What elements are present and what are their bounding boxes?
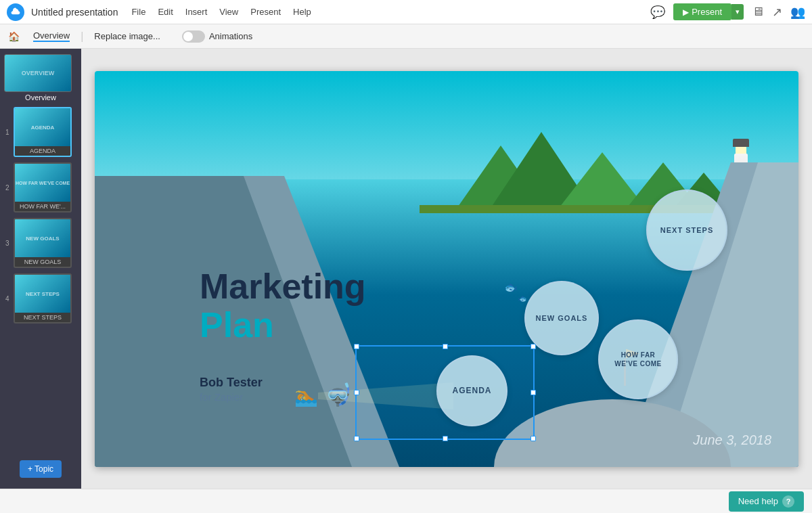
handle-br[interactable] <box>531 436 536 441</box>
sidebar-overview[interactable]: OVERVIEW Overview <box>4 54 77 102</box>
sidebar-slide-2[interactable]: 2 HOW FAR WE'VE COME HOW FAR WE'... <box>4 162 77 213</box>
slide-sub: for Zapier <box>200 391 263 403</box>
present-button[interactable]: ▶ Present <box>673 3 731 20</box>
replace-image-button[interactable]: Replace image... <box>94 31 160 41</box>
menu-help[interactable]: Help <box>293 7 311 17</box>
slide-num-4: 4 <box>5 295 9 303</box>
presentation-title[interactable]: Untitled presentation <box>31 7 118 18</box>
slide-num-2: 2 <box>5 184 9 192</box>
handle-tm[interactable] <box>443 344 448 349</box>
share-icon[interactable]: ↗ <box>772 5 782 20</box>
bubble-next-steps-label: NEXT STEPS <box>660 226 713 234</box>
topbar: Untitled presentation File Edit Insert V… <box>0 0 812 24</box>
marketing-text: Marketing <box>200 267 366 306</box>
animations-toggle-wrap: Animations <box>182 30 252 43</box>
menu-edit[interactable]: Edit <box>158 7 173 17</box>
slide-subtitle: Bob Tester for Zapier <box>200 376 263 403</box>
sidebar-slide-4[interactable]: 4 NEXT STEPS NEXT STEPS <box>4 273 77 324</box>
slide-date: June 3, 2018 <box>693 432 771 448</box>
menu-insert[interactable]: Insert <box>185 7 208 17</box>
slide-num-1: 1 <box>5 129 9 136</box>
slide-4-label: NEXT STEPS <box>15 313 70 322</box>
add-topic-wrap: + Topic <box>14 455 67 483</box>
add-topic-button[interactable]: + Topic <box>20 460 62 478</box>
slide-num-3: 3 <box>5 240 9 247</box>
tab-overview[interactable]: Overview <box>33 30 70 42</box>
diver-body: 🏊 <box>294 385 318 407</box>
handle-tr[interactable] <box>531 344 536 349</box>
slide-2-label: HOW FAR WE'... <box>15 202 70 211</box>
main-layout: OVERVIEW Overview 1 AGENDA AGENDA 2 HOW … <box>0 49 812 489</box>
toolbar: 🏠 Overview | Replace image... Animations <box>0 24 812 49</box>
canvas-area[interactable]: 🐟 🐟 🤿 🏊 Marketing Plan <box>81 49 812 489</box>
handle-ml[interactable] <box>354 390 359 395</box>
screen-icon[interactable]: 🖥 <box>752 5 764 19</box>
overview-mini-label: OVERVIEW <box>22 70 54 76</box>
bubble-agenda-label: AGENDA <box>452 386 491 395</box>
sidebar: OVERVIEW Overview 1 AGENDA AGENDA 2 HOW … <box>0 49 81 489</box>
need-help-label: Need help <box>738 496 778 506</box>
overview-label: Overview <box>4 93 77 102</box>
handle-tl[interactable] <box>354 344 359 349</box>
bubble-how-far[interactable]: HOW FARWE'VE COME <box>598 319 678 399</box>
slide-1-label: AGENDA <box>15 146 70 156</box>
handle-bl[interactable] <box>354 436 359 441</box>
slide-3-label: NEW GOALS <box>15 257 70 267</box>
plan-text: Plan <box>200 306 366 344</box>
topbar-actions: 💬 ▶ Present ▾ 🖥 ↗ 👥 <box>650 3 805 20</box>
bottombar: Need help ? <box>0 489 812 513</box>
sidebar-slide-1[interactable]: 1 AGENDA AGENDA <box>4 107 77 157</box>
app-logo <box>7 3 24 21</box>
bubble-how-far-label: HOW FARWE'VE COME <box>614 351 662 368</box>
slide-1-thumbnail: AGENDA <box>15 108 70 146</box>
menu-view[interactable]: View <box>219 7 238 17</box>
help-icon: ? <box>782 495 794 508</box>
present-label: Present <box>692 7 722 17</box>
present-dropdown-button[interactable]: ▾ <box>731 4 744 20</box>
slide-title: Marketing Plan <box>200 267 366 344</box>
handle-bm[interactable] <box>443 436 448 441</box>
menu-file[interactable]: File <box>131 7 145 17</box>
animations-label: Animations <box>209 31 252 41</box>
slide-2-thumbnail: HOW FAR WE'VE COME <box>15 164 70 202</box>
bubble-agenda[interactable]: AGENDA <box>436 355 508 426</box>
chat-icon[interactable]: 💬 <box>650 5 665 20</box>
fish-1: 🐟 <box>504 281 518 294</box>
sidebar-slide-3[interactable]: 3 NEW GOALS NEW GOALS <box>4 218 77 268</box>
need-help-button[interactable]: Need help ? <box>729 491 804 512</box>
home-icon[interactable]: 🏠 <box>8 31 20 42</box>
slide-author: Bob Tester <box>200 376 263 390</box>
slide-4-thumbnail: NEXT STEPS <box>15 275 70 313</box>
slide-3-thumbnail: NEW GOALS <box>15 219 70 257</box>
menu-present[interactable]: Present <box>250 7 281 17</box>
bubble-next-steps[interactable]: NEXT STEPS <box>646 189 727 271</box>
menu-bar: File Edit Insert View Present Help <box>131 7 311 17</box>
slide-canvas[interactable]: 🐟 🐟 🤿 🏊 Marketing Plan <box>95 71 798 467</box>
toggle-knob <box>183 32 193 41</box>
users-icon[interactable]: 👥 <box>790 5 805 20</box>
handle-mr[interactable] <box>531 390 536 395</box>
fish-2: 🐟 <box>518 294 527 303</box>
animations-toggle[interactable] <box>182 30 205 43</box>
bubble-new-goals-label: NEW GOALS <box>536 314 588 322</box>
